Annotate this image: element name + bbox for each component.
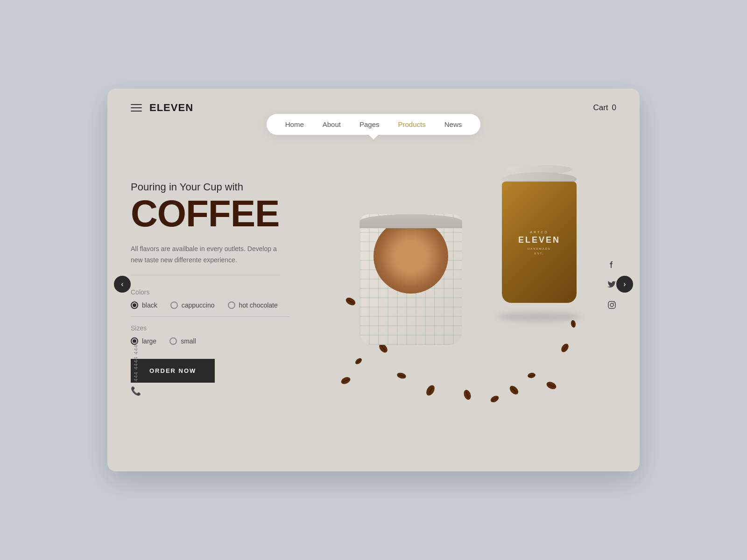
phone-number: 444 4444 4444 xyxy=(133,341,139,381)
colors-group: black cappuccino hot chocolate xyxy=(131,301,327,309)
coffee-bean xyxy=(425,384,437,397)
coffee-bean xyxy=(463,389,472,400)
sizes-group: large small xyxy=(131,337,327,345)
size-option-small[interactable]: small xyxy=(169,337,196,345)
radio-small[interactable] xyxy=(169,337,177,345)
nav-item-pages[interactable]: Pages xyxy=(359,120,380,128)
instagram-icon[interactable] xyxy=(607,300,616,309)
color-hot-chocolate-label: hot chocolate xyxy=(239,301,278,309)
order-now-button[interactable]: ORDER NOW xyxy=(131,359,215,383)
coffee-bean xyxy=(354,357,363,365)
main-content: ‹ Pouring in Your Cup with COFFEE All fl… xyxy=(107,135,640,434)
chevron-right-icon: › xyxy=(623,280,626,288)
arrow-right-button[interactable]: › xyxy=(616,276,633,293)
cup-left xyxy=(359,214,462,345)
coffee-bean xyxy=(396,372,407,380)
svg-rect-0 xyxy=(608,301,615,308)
cups-illustration: ARTCO ELEVEN HANDMADE EST. xyxy=(331,158,602,429)
coffee-bean xyxy=(560,343,570,354)
hero-subtitle: Pouring in Your Cup with xyxy=(131,181,327,193)
cup-scene: ARTCO ELEVEN HANDMADE EST. xyxy=(331,158,602,429)
radio-black[interactable] xyxy=(131,301,138,309)
cart-area[interactable]: Cart 0 xyxy=(593,103,616,112)
chevron-left-icon: ‹ xyxy=(121,280,123,288)
cup-brand-text: ARTCO ELEVEN HANDMADE EST. xyxy=(518,230,560,255)
hero-title: COFFEE xyxy=(131,195,327,232)
coffee-bean xyxy=(340,376,352,385)
cup-right: ARTCO ELEVEN HANDMADE EST. xyxy=(495,172,584,317)
coffee-bean xyxy=(545,380,557,391)
nav-item-products[interactable]: Products xyxy=(398,120,426,128)
coffee-bean xyxy=(508,384,520,396)
nav-item-news[interactable]: News xyxy=(444,120,462,128)
page-frame: ELEVEN Cart 0 Home About Pages Products … xyxy=(107,89,640,471)
svg-point-1 xyxy=(610,303,613,307)
coffee-bean xyxy=(571,320,577,328)
sizes-label: Sizes xyxy=(131,324,327,332)
latte-art xyxy=(374,219,448,294)
left-panel: Pouring in Your Cup with COFFEE All flav… xyxy=(131,181,327,383)
social-panel xyxy=(607,259,616,309)
sizes-section: Sizes large small xyxy=(131,324,327,345)
nav-wrapper: Home About Pages Products News xyxy=(107,114,640,135)
divider-colors xyxy=(131,316,289,317)
color-option-hot-chocolate[interactable]: hot chocolate xyxy=(228,301,278,309)
brand-logo: ELEVEN xyxy=(149,102,193,114)
cup-left-rim xyxy=(359,214,462,228)
nav-item-home[interactable]: Home xyxy=(285,120,304,128)
cup-body: ARTCO ELEVEN HANDMADE EST. xyxy=(502,182,577,303)
color-option-cappuccino[interactable]: cappuccino xyxy=(170,301,215,309)
nav-item-about[interactable]: About xyxy=(323,120,341,128)
coffee-bean xyxy=(489,394,500,404)
size-large-label: large xyxy=(142,337,156,345)
hero-description: All flavors are availbale in every outle… xyxy=(131,244,280,276)
facebook-icon[interactable] xyxy=(607,259,616,268)
cup-shadow xyxy=(497,312,581,322)
phone-icon: 📞 xyxy=(131,386,141,396)
coffee-bean xyxy=(345,296,357,307)
arrow-left-button[interactable]: ‹ xyxy=(114,276,131,293)
svg-point-2 xyxy=(613,302,614,303)
cart-label: Cart xyxy=(593,103,608,112)
radio-hot-chocolate[interactable] xyxy=(228,301,235,309)
colors-label: Colors xyxy=(131,288,327,296)
size-small-label: small xyxy=(181,337,196,345)
twitter-icon[interactable] xyxy=(607,280,616,289)
header-left: ELEVEN xyxy=(131,102,193,114)
coffee-bean xyxy=(527,372,536,379)
cart-count: 0 xyxy=(612,103,616,112)
radio-cappuccino[interactable] xyxy=(170,301,178,309)
nav-pill: Home About Pages Products News xyxy=(267,114,480,135)
color-option-black[interactable]: black xyxy=(131,301,157,309)
color-cappuccino-label: cappuccino xyxy=(182,301,215,309)
side-phone: 444 4444 4444 📞 xyxy=(131,341,141,396)
color-black-label: black xyxy=(142,301,157,309)
hamburger-menu[interactable] xyxy=(131,104,142,112)
